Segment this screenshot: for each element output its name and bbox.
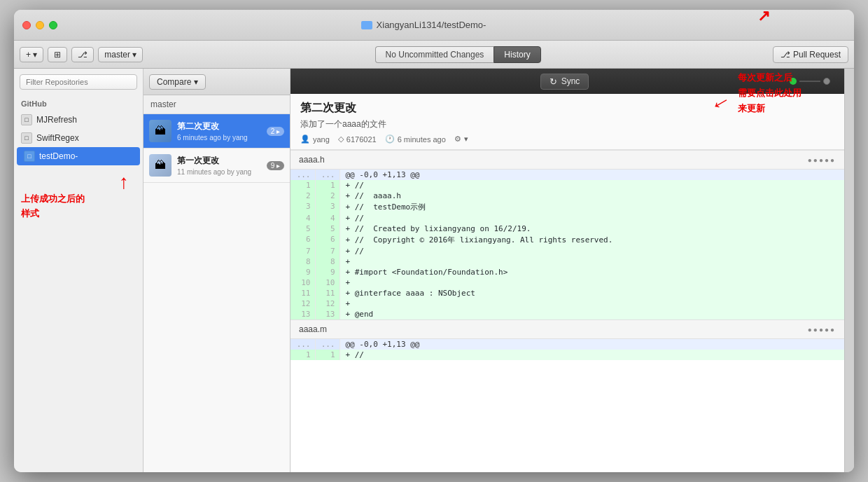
close-button[interactable] xyxy=(22,21,31,29)
compare-button[interactable]: Compare ▾ xyxy=(149,74,206,90)
diff-hunk-code-0: @@ -0,0 +1,13 @@ xyxy=(340,170,844,180)
diff-line-num-ellipsis4: ... xyxy=(315,339,340,350)
sidebar: GitHub □ MJRefresh □ SwiftRegex □ testDe… xyxy=(14,69,144,472)
diff-m-num-1b: 1 xyxy=(315,350,340,360)
diff-num-10b: 10 xyxy=(315,277,340,288)
scrollbar-right[interactable] xyxy=(844,69,854,472)
history-label: History xyxy=(504,50,530,60)
diff-code-2: + // aaaa.h xyxy=(340,191,844,201)
traffic-lights xyxy=(22,21,57,29)
diff-line-4: 4 4 + // xyxy=(290,213,844,223)
commit-panel: Compare ▾ master 🏔 第二次更改 6 minutes ago b… xyxy=(144,69,290,472)
sync-button[interactable]: ↻ Sync xyxy=(540,74,589,90)
branch-selector[interactable]: master ▾ xyxy=(98,47,143,62)
add-icon: + ▾ xyxy=(26,50,37,60)
history-button[interactable]: History xyxy=(493,46,540,63)
commit-hash: 6176021 xyxy=(346,135,377,144)
sync-dot-remote xyxy=(823,78,830,85)
diff-num-12b: 12 xyxy=(315,298,340,309)
pull-request-button[interactable]: ⎇ Pull Request xyxy=(773,46,848,63)
arrow-up-icon: ↑ xyxy=(119,171,129,193)
diff-num-4: 4 xyxy=(290,213,315,223)
gear-icon[interactable]: ⚙ xyxy=(454,135,461,144)
diff-num-11b: 11 xyxy=(315,288,340,298)
meta-author: 👤 yang xyxy=(300,135,330,144)
diff-num-5: 5 xyxy=(290,223,315,234)
diff-code-5: + // Created by lixiangyang on 16/2/19. xyxy=(340,223,844,234)
compare-label: Compare ▾ xyxy=(157,77,198,87)
maximize-button[interactable] xyxy=(49,21,57,29)
sidebar-item-swiftregex[interactable]: □ SwiftRegex xyxy=(14,129,143,147)
annotation-bottom-text: 上传成功之后的样式 xyxy=(21,192,136,221)
diff-code-12: + xyxy=(340,298,844,309)
diff-line-11: 11 11 + @interface aaaa : NSObject xyxy=(290,288,844,298)
diff-line-6: 6 6 + // Copyright © 2016年 lixiangyang. … xyxy=(290,234,844,246)
sidebar-item-label-mjrefresh: MJRefresh xyxy=(36,115,77,125)
diff-num-2b: 2 xyxy=(315,191,340,201)
file-dots-1: ●●●●● xyxy=(808,326,836,333)
sidebar-item-mjrefresh[interactable]: □ MJRefresh xyxy=(14,111,143,129)
diff-num-10: 10 xyxy=(290,277,315,288)
diff-code-11: + @interface aaaa : NSObject xyxy=(340,288,844,298)
diff-code-7: + // xyxy=(340,246,844,256)
diff-code-3: + // testDemo示例 xyxy=(340,201,844,213)
diff-line-10: 10 10 + xyxy=(290,277,844,288)
sidebar-item-label-swiftregex: SwiftRegex xyxy=(36,133,79,143)
commit-title-1: 第一次更改 xyxy=(177,155,261,167)
repo-icon-swiftregex: □ xyxy=(21,132,32,144)
diff-code-10: + xyxy=(340,277,844,288)
sidebar-toggle-button[interactable]: ⊞ xyxy=(48,47,67,62)
meta-actions[interactable]: ⚙ ▾ xyxy=(454,135,468,144)
diff-num-13: 13 xyxy=(290,309,315,319)
commit-avatar-0: 🏔 xyxy=(149,120,172,142)
main-window: XiangyanLi1314/testDemo- + ▾ ⊞ ⎇ master … xyxy=(14,10,854,472)
diff-num-9b: 9 xyxy=(315,267,340,277)
git-icon: ⎇ xyxy=(78,50,88,60)
diff-code-4: + // xyxy=(340,213,844,223)
diff-line-13: 13 13 + @end xyxy=(290,309,844,319)
sidebar-item-label-testdemo: testDemo- xyxy=(39,151,78,161)
diff-num-1b: 1 xyxy=(315,180,340,191)
diff-num-9: 9 xyxy=(290,267,315,277)
file-dots-0: ●●●●● xyxy=(808,156,836,164)
diff-hunk-row-1: ... ... @@ -0,0 +1,13 @@ xyxy=(290,339,844,350)
commit-subtitle-1: 11 minutes ago by yang xyxy=(177,168,261,176)
diff-num-1: 1 xyxy=(290,180,315,191)
diff-code-6: + // Copyright © 2016年 lixiangyang. All … xyxy=(340,234,844,246)
toolbar-center: No Uncommitted Changes History xyxy=(148,46,767,63)
diff-num-7b: 7 xyxy=(315,246,340,256)
filter-repos-input[interactable] xyxy=(20,74,137,90)
sync-label: Sync xyxy=(561,76,580,86)
commit-item-1[interactable]: 🏔 第一次更改 11 minutes ago by yang 9 ▸ xyxy=(144,149,290,183)
diff-num-3: 3 xyxy=(290,201,315,213)
commit-subtitle-0: 6 minutes ago by yang xyxy=(177,134,261,142)
commit-item-0[interactable]: 🏔 第二次更改 6 minutes ago by yang 2 ▸ xyxy=(144,114,290,149)
diff-num-3b: 3 xyxy=(315,201,340,213)
diff-code-13: + @end xyxy=(340,309,844,319)
annotation-bottom: 上传成功之后的样式 ↑ xyxy=(14,186,143,227)
diff-m-num-1: 1 xyxy=(290,350,315,360)
sidebar-item-testdemo[interactable]: □ testDemo- xyxy=(17,147,140,165)
diff-code-8: + xyxy=(340,256,844,267)
detail-meta: 👤 yang ◇ 6176021 🕐 6 minutes ago ⚙ ▾ xyxy=(300,135,834,144)
clock-icon: 🕐 xyxy=(385,135,395,144)
compare-toolbar: Compare ▾ xyxy=(144,69,290,95)
sync-indicator xyxy=(790,78,830,85)
hash-icon: ◇ xyxy=(338,135,344,144)
add-button[interactable]: + ▾ xyxy=(20,47,43,62)
branch-label-panel: master xyxy=(144,95,290,114)
diff-line-8: 8 8 + xyxy=(290,256,844,267)
minimize-button[interactable] xyxy=(36,21,44,29)
commit-avatar-1: 🏔 xyxy=(149,154,172,177)
chevron-down-icon[interactable]: ▾ xyxy=(464,135,468,144)
sync-bar: ↻ Sync ↗ xyxy=(290,69,844,94)
uncommitted-button[interactable]: No Uncommitted Changes xyxy=(375,46,494,63)
toolbar-right: ⎇ Pull Request xyxy=(773,46,848,63)
history-icon-button[interactable]: ⎇ xyxy=(71,47,94,62)
diff-line-num-ellipsis2: ... xyxy=(315,170,340,180)
folder-icon xyxy=(361,21,372,29)
diff-content[interactable]: aaaa.h ●●●●● ... ... @@ -0,0 +1,13 @@ 1 … xyxy=(290,150,844,472)
diff-num-8: 8 xyxy=(290,256,315,267)
detail-subtitle: 添加了一个aaaa的文件 xyxy=(300,118,834,130)
main-content: GitHub □ MJRefresh □ SwiftRegex □ testDe… xyxy=(14,69,854,472)
